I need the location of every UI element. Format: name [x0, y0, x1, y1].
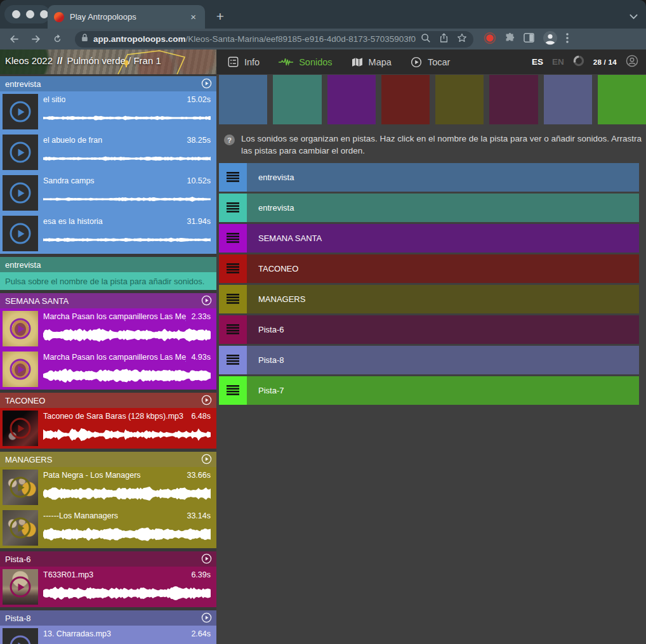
- url-path: /Kleos-Santa-Marina/eef89185-e916-4d0d-8…: [186, 34, 416, 44]
- browser-tab[interactable]: Play Antropoloops ×: [48, 5, 205, 29]
- track-row-label: SEMANA SANTA: [247, 224, 639, 253]
- clip-thumbnail[interactable]: [3, 628, 38, 644]
- clip-play-icon[interactable]: [10, 142, 31, 163]
- section-play-button[interactable]: [201, 612, 212, 623]
- clip-play-icon[interactable]: [10, 223, 31, 244]
- clip-duration: 2.64s: [191, 629, 211, 638]
- tab-search-chevron-icon[interactable]: [629, 11, 638, 22]
- extensions-puzzle-icon[interactable]: [504, 32, 515, 46]
- clip-play-icon[interactable]: [10, 319, 31, 339]
- drag-handle[interactable]: [219, 194, 247, 222]
- zoom-page-icon[interactable]: [421, 33, 431, 46]
- section-play-button[interactable]: [201, 295, 212, 306]
- drag-handle[interactable]: [219, 254, 247, 283]
- section-header[interactable]: Pista-8: [0, 610, 216, 626]
- clip-thumbnail[interactable]: [3, 470, 38, 505]
- back-icon[interactable]: [5, 30, 23, 48]
- clip-row: el abuelo de fran 38.25s: [0, 132, 216, 173]
- bookmark-star-icon[interactable]: [457, 33, 467, 46]
- clip-thumbnail[interactable]: [3, 175, 38, 211]
- clip-waveform: [43, 483, 211, 504]
- track-row[interactable]: Pista-7: [219, 376, 639, 405]
- section-title: TACONEO: [5, 396, 45, 405]
- clip-row: T633R01.mp3 6.39s: [0, 567, 216, 607]
- track-row-label: Pista-8: [247, 346, 639, 374]
- nav-item-mapa[interactable]: Mapa: [352, 57, 392, 67]
- browser-menu-icon[interactable]: [566, 32, 569, 46]
- section-play-button[interactable]: [201, 395, 212, 405]
- section-header[interactable]: TACONEO: [0, 393, 216, 408]
- clip-thumbnail[interactable]: [3, 569, 38, 605]
- record-extension-icon[interactable]: [484, 32, 496, 47]
- track-row-label: Pista-7: [247, 376, 639, 405]
- track-row[interactable]: TACONEO: [219, 254, 639, 283]
- app-header: Kleos 2022//Pulmón verde / Fran 1 Info S…: [0, 49, 646, 74]
- track-row[interactable]: SEMANA SANTA: [219, 224, 639, 253]
- drag-handle[interactable]: [219, 346, 247, 374]
- clip-play-icon[interactable]: [10, 183, 31, 204]
- section-header[interactable]: entrevista: [0, 76, 216, 91]
- new-tab-button[interactable]: +: [211, 8, 229, 25]
- section-header[interactable]: MANAGERS: [0, 452, 216, 467]
- section-play-button[interactable]: [201, 553, 212, 564]
- clip-waveform: [43, 524, 211, 544]
- section-play-button[interactable]: [201, 78, 212, 89]
- side-panel-icon[interactable]: [524, 33, 534, 45]
- track-row[interactable]: entrevista: [219, 163, 639, 192]
- account-icon[interactable]: [626, 55, 638, 70]
- clip-thumbnail[interactable]: [3, 510, 38, 546]
- nav-item-sonidos[interactable]: Sonidos: [279, 57, 332, 67]
- share-icon[interactable]: [440, 32, 448, 46]
- clip-play-icon[interactable]: [10, 359, 31, 380]
- track-row[interactable]: entrevista: [219, 194, 639, 222]
- drag-handle[interactable]: [219, 163, 247, 192]
- tab-favicon: [54, 12, 64, 22]
- nav-item-info[interactable]: Info: [228, 56, 260, 67]
- sidebar-section: SEMANA SANTA Marcha Pasan los campanille…: [0, 293, 216, 390]
- project-banner[interactable]: Kleos 2022//Pulmón verde / Fran 1: [0, 49, 216, 74]
- reload-icon[interactable]: [48, 30, 66, 48]
- clip-waveform: [43, 189, 211, 209]
- drag-handle[interactable]: [219, 224, 247, 253]
- clip-thumbnail[interactable]: [3, 94, 38, 129]
- clip-play-icon[interactable]: [10, 477, 31, 498]
- clip-row: esa es la historia 31.94s: [0, 213, 216, 254]
- clip-play-icon[interactable]: [10, 102, 31, 122]
- drag-handle[interactable]: [219, 315, 247, 344]
- close-window-button[interactable]: [12, 10, 20, 18]
- clip-play-icon[interactable]: [10, 636, 31, 644]
- clip-name: el sitio: [43, 95, 65, 104]
- section-header[interactable]: SEMANA SANTA: [0, 293, 216, 308]
- profile-avatar[interactable]: [543, 30, 558, 48]
- url-bar[interactable]: app.antropoloops.com/Kleos-Santa-Marina/…: [75, 31, 473, 48]
- language-en[interactable]: EN: [552, 57, 564, 67]
- nav-item-tocar[interactable]: Tocar: [411, 56, 450, 68]
- tab-close-icon[interactable]: ×: [188, 11, 199, 22]
- track-row[interactable]: Pista-6: [219, 315, 639, 344]
- section-header[interactable]: Pista-6: [0, 551, 216, 567]
- clip-thumbnail[interactable]: [3, 352, 38, 387]
- clip-thumbnail[interactable]: [3, 411, 38, 446]
- sidebar-section: entrevista Pulsa sobre el nombre de la p…: [0, 257, 216, 290]
- clip-waveform: [43, 325, 211, 345]
- clip-play-icon[interactable]: [10, 577, 31, 598]
- browser-toolbar: app.antropoloops.com/Kleos-Santa-Marina/…: [0, 29, 646, 49]
- clip-play-icon[interactable]: [10, 418, 31, 439]
- clip-play-icon[interactable]: [10, 518, 31, 539]
- forward-icon[interactable]: [27, 30, 44, 48]
- drag-handle[interactable]: [219, 376, 247, 405]
- track-row[interactable]: MANAGERS: [219, 285, 639, 313]
- track-row-label: entrevista: [247, 163, 639, 192]
- clip-thumbnail[interactable]: [3, 216, 38, 251]
- hint-text: Pulsa sobre el nombre de la pista para a…: [0, 272, 216, 290]
- browser-window: Play Antropoloops × + app.antropoloops.c…: [0, 0, 646, 644]
- tab-title: Play Antropoloops: [70, 12, 188, 22]
- section-header[interactable]: entrevista: [0, 257, 216, 272]
- section-play-button[interactable]: [201, 454, 212, 464]
- clip-thumbnail[interactable]: [3, 135, 38, 170]
- language-es[interactable]: ES: [532, 57, 543, 67]
- drag-handle[interactable]: [219, 285, 247, 313]
- minimize-window-button[interactable]: [26, 10, 34, 18]
- track-row[interactable]: Pista-8: [219, 346, 639, 374]
- clip-thumbnail[interactable]: [3, 311, 38, 346]
